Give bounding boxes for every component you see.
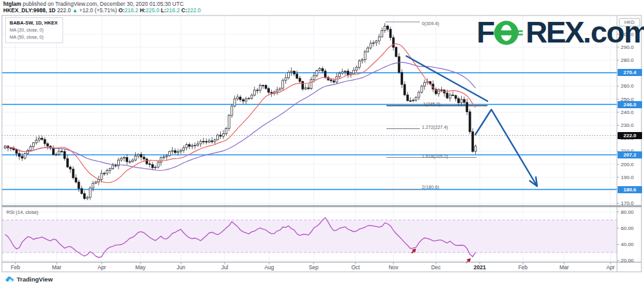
publish-info: htglam published on TradingView.com, Dec… <box>3 1 184 7</box>
svg-text:0(309.4): 0(309.4) <box>422 21 439 26</box>
time-tick-label[interactable]: Dec <box>425 264 447 271</box>
level-price-badge: 246.0 <box>618 101 642 108</box>
ma50-line[interactable] <box>5 62 475 171</box>
chart-legend[interactable]: BABA-SW, 1D, HKEX MA (20, close, 0) MA (… <box>5 17 63 43</box>
tradingview-logo-text: TradingView <box>17 276 53 283</box>
price-change: +12.0 (+5.71%) <box>79 7 117 14</box>
time-tick-label[interactable]: 2021 <box>469 264 491 271</box>
ma20-line[interactable] <box>5 44 475 183</box>
rsi-legend[interactable]: RSI (14, close) <box>6 209 39 215</box>
time-tick-label[interactable]: Apr <box>600 264 621 271</box>
publisher-name: htglam <box>3 1 21 7</box>
legend-ma50[interactable]: MA (50, close, 0) <box>10 33 58 41</box>
time-tick-label[interactable]: Feb <box>512 264 534 271</box>
time-tick-label[interactable]: Nov <box>383 264 404 271</box>
up-triangle-icon: ▲ <box>72 7 77 14</box>
open-label: O: <box>118 7 124 14</box>
svg-text:1(245.0): 1(245.0) <box>423 101 440 107</box>
rsi-tick-label[interactable]: 40.00 <box>621 242 634 247</box>
symbol-name: HKEX_DLY:9988, 1D <box>3 7 55 14</box>
price-tick-label[interactable]: 170.0 <box>621 200 634 206</box>
high-value: 225.0 <box>146 7 159 14</box>
price-tick-label[interactable]: 230.0 <box>621 122 634 128</box>
last-price-badge: 222.0 <box>618 132 642 139</box>
low-value: 216.2 <box>166 7 180 14</box>
tradingview-published-chart: 0(309.4)1(245.0)1.272(227.4)1.618(205.2)… <box>0 0 644 286</box>
rsi-tick-label[interactable]: 60.00 <box>621 225 634 231</box>
level-price-badge: 180.6 <box>618 186 642 193</box>
trend-lines[interactable] <box>406 56 537 186</box>
time-tick-label[interactable]: Apr <box>91 264 113 271</box>
price-level-lines[interactable] <box>2 73 617 189</box>
time-tick-label[interactable]: Aug <box>258 264 280 271</box>
time-tick-label[interactable]: Jul <box>214 264 236 271</box>
level-price-badge: 270.4 <box>618 69 642 76</box>
time-tick-label[interactable]: Sep <box>303 264 325 271</box>
price-tick-label[interactable]: 190.0 <box>621 175 634 180</box>
forex-logo-f: F <box>477 15 493 49</box>
close-value: 222.0 <box>187 7 201 14</box>
price-tick-label[interactable]: 260.0 <box>621 83 634 89</box>
forex-logo-rex: REX <box>526 15 583 49</box>
time-tick-label[interactable]: Feb <box>5 264 26 271</box>
symbol-ohlc-bar: HKEX_DLY:9988, 1D 222.0 ▲ +12.0 (+5.71%)… <box>3 7 201 14</box>
level-price-badge: 207.2 <box>618 151 642 158</box>
svg-text:2(180.6): 2(180.6) <box>422 184 439 190</box>
rsi-band <box>2 220 617 253</box>
rsi-tick-label[interactable]: 80.00 <box>621 209 634 215</box>
legend-symbol-title[interactable]: BABA-SW, 1D, HKEX <box>10 19 58 26</box>
low-label: L: <box>161 7 166 14</box>
cloud-icon <box>5 275 14 283</box>
time-tick-label[interactable]: May <box>129 264 151 271</box>
time-tick-label[interactable]: Mar <box>553 264 575 271</box>
forex-logo-com: .com <box>583 15 644 49</box>
open-value: 216.2 <box>125 7 138 14</box>
legend-ma20[interactable]: MA (20, close, 0) <box>10 26 58 33</box>
tradingview-logo[interactable]: TradingView <box>5 275 53 283</box>
time-tick-label[interactable]: Oct <box>345 264 366 271</box>
candlesticks <box>5 23 477 200</box>
close-label: C: <box>182 7 187 14</box>
rsi-tick-label[interactable]: 20.00 <box>621 258 634 263</box>
last-price-value: 222.0 <box>57 7 71 14</box>
price-tick-label[interactable]: 280.0 <box>621 57 634 63</box>
svg-text:1.272(227.4): 1.272(227.4) <box>422 124 448 130</box>
price-tick-label[interactable]: 240.0 <box>621 110 634 115</box>
svg-text:1.618(205.2): 1.618(205.2) <box>422 153 448 159</box>
price-tick-label[interactable]: 200.0 <box>621 162 634 167</box>
forex-logo-o-icon <box>494 17 526 48</box>
high-label: H: <box>140 7 146 14</box>
time-tick-label[interactable]: Mar <box>46 264 68 271</box>
publish-info-text: published on TradingView.com, December 3… <box>21 1 184 7</box>
time-tick-label[interactable]: Jun <box>170 264 192 271</box>
forex-com-watermark: F REX .com <box>477 15 644 49</box>
